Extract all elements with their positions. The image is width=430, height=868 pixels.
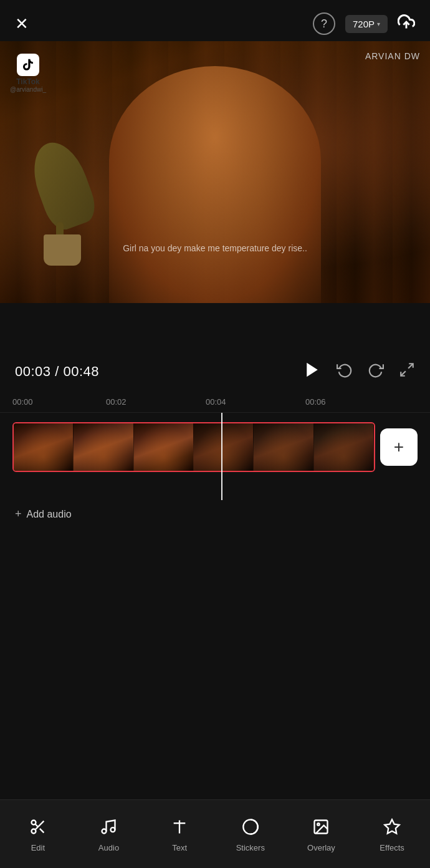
scissors-icon [29, 818, 47, 836]
svg-marker-1 [307, 362, 318, 377]
export-button[interactable] [398, 13, 415, 34]
strip-frame-5 [254, 423, 313, 471]
audio-icon [100, 816, 117, 838]
text-icon [171, 816, 188, 838]
svg-point-10 [111, 827, 115, 832]
sticker-icon [242, 818, 259, 836]
svg-line-2 [408, 364, 413, 369]
ruler-mark-1: 00:02 [106, 397, 127, 407]
add-audio-row: + Add audio [0, 500, 430, 528]
edit-label: Edit [31, 843, 45, 852]
add-audio-label: Add audio [27, 509, 72, 520]
quality-button[interactable]: 720P ▾ [345, 15, 388, 33]
plant-decoration [25, 141, 100, 266]
music-icon [100, 818, 117, 836]
arvian-label: ARVIAN DW [365, 51, 420, 61]
tiktok-logo [17, 54, 39, 76]
ruler-mark-0: 00:00 [12, 397, 33, 407]
toolbar-item-effects[interactable]: Effects [367, 816, 417, 852]
stickers-label: Stickers [236, 843, 265, 852]
timeline-area: + [0, 413, 430, 500]
svg-line-3 [401, 371, 406, 376]
empty-space [0, 528, 430, 628]
redo-button[interactable] [368, 362, 384, 382]
play-button[interactable] [303, 360, 322, 383]
tiktok-logo-icon [21, 58, 35, 72]
tiktok-watermark: TikTok @arviandwi_ [10, 54, 46, 93]
video-strip[interactable] [12, 422, 375, 472]
top-bar: ✕ ? 720P ▾ [0, 0, 430, 41]
help-button[interactable]: ? [313, 12, 335, 35]
video-preview: TikTok @arviandwi_ ARVIAN DW Girl na you… [0, 41, 430, 303]
toolbar-item-text[interactable]: Text [155, 816, 204, 852]
add-clip-button[interactable]: + [380, 428, 418, 466]
svg-point-4 [31, 821, 36, 825]
audio-label: Audio [98, 843, 119, 852]
undo-icon [337, 362, 353, 378]
top-bar-right: ? 720P ▾ [313, 12, 415, 35]
overlay-icon [312, 816, 330, 838]
svg-marker-17 [385, 819, 399, 833]
stickers-icon [242, 816, 259, 838]
overlay-label: Overlay [307, 843, 335, 852]
help-icon: ? [321, 17, 327, 31]
strip-frame-6 [314, 423, 374, 471]
timeline-track[interactable]: + [0, 419, 430, 475]
svg-point-9 [102, 829, 107, 834]
toolbar-item-edit[interactable]: Edit [13, 816, 63, 852]
ruler-mark-3: 00:06 [305, 397, 326, 407]
toolbar-item-audio[interactable]: Audio [84, 816, 133, 852]
strip-frame-3 [134, 423, 194, 471]
plant-leaf [24, 135, 100, 234]
current-time: 00:03 [15, 364, 51, 379]
timeline-ruler: 00:00 00:02 00:04 00:06 [0, 390, 430, 413]
time-display: 00:03 / 00:48 [15, 364, 99, 380]
tiktok-username: TikTok @arviandwi_ [10, 77, 46, 93]
edit-icon [29, 816, 47, 838]
time-separator: / [55, 364, 63, 379]
svg-point-16 [318, 823, 320, 826]
subtitle-text: Girl na you dey make me temperature dey … [123, 243, 307, 253]
effects-label: Effects [380, 843, 404, 852]
strip-frame-2 [74, 423, 133, 471]
svg-line-7 [40, 829, 44, 832]
fullscreen-icon [399, 362, 415, 378]
svg-line-8 [35, 824, 38, 827]
plant-pot [44, 234, 81, 266]
text-label: Text [172, 843, 187, 852]
overlay-picture-icon [312, 818, 330, 836]
undo-button[interactable] [337, 362, 353, 382]
transport-bar: 00:03 / 00:48 [0, 353, 430, 390]
person-silhouette [109, 66, 321, 303]
play-icon [303, 360, 322, 379]
add-audio-button[interactable]: + Add audio [15, 508, 415, 521]
total-time: 00:48 [63, 364, 99, 379]
star-effects-icon [383, 818, 401, 836]
toolbar-item-overlay[interactable]: Overlay [296, 816, 346, 852]
redo-icon [368, 362, 384, 378]
strip-frame-1 [14, 423, 74, 471]
quality-arrow: ▾ [377, 21, 380, 27]
effects-icon [383, 816, 401, 838]
text-type-icon [171, 818, 188, 836]
close-button[interactable]: ✕ [15, 16, 29, 32]
svg-point-5 [31, 829, 36, 834]
toolbar-item-stickers[interactable]: Stickers [226, 816, 275, 852]
ruler-mark-2: 00:04 [206, 397, 226, 407]
bottom-toolbar: Edit Audio Text [0, 799, 430, 868]
quality-label: 720P [353, 19, 375, 29]
spacer-area [0, 303, 430, 353]
transport-controls [303, 360, 415, 383]
export-icon [398, 13, 415, 31]
fullscreen-button[interactable] [399, 362, 415, 382]
add-audio-plus-icon: + [15, 508, 22, 521]
strip-frame-4 [194, 423, 254, 471]
